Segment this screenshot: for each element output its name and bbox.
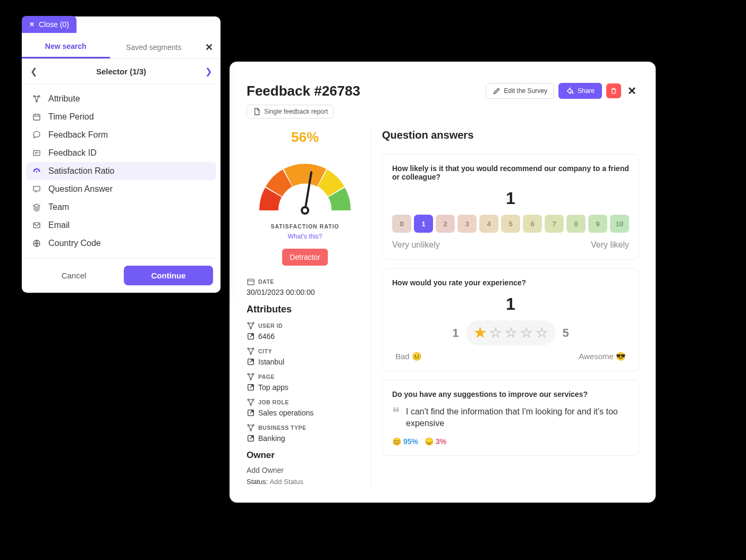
qa-heading: Question answers: [382, 129, 639, 141]
stars-min: 1: [452, 326, 459, 340]
gauge-svg: [247, 149, 363, 218]
network-icon: [247, 398, 255, 406]
delete-button[interactable]: [606, 83, 621, 98]
nps-5[interactable]: 5: [501, 215, 520, 233]
gauge-chart: 56% SATISFACTION RATIO What's this? Detr…: [247, 129, 363, 266]
question-suggestion: Do you have any suggestions to improve o…: [382, 380, 639, 456]
star-3[interactable]: ☆: [505, 325, 517, 341]
nps-low: Very unlikely: [392, 240, 440, 250]
pencil-icon: [493, 87, 501, 95]
share-icon: [566, 87, 574, 95]
attr-label: Feedback Form: [48, 130, 108, 140]
network-icon: [247, 347, 255, 355]
nps-9[interactable]: 9: [588, 215, 607, 233]
trash-icon: [610, 87, 617, 95]
left-column: 56% SATISFACTION RATIO What's this? Detr…: [247, 129, 371, 486]
search-panel: ✕ Close (0) New search Saved segments ✕ …: [22, 16, 221, 293]
close-detail-button[interactable]: ✕: [625, 84, 639, 97]
attr-label: Feedback ID: [48, 148, 97, 158]
gauge-help-link[interactable]: What's this?: [247, 233, 363, 240]
attr-feedback-id[interactable]: Feedback ID: [26, 144, 216, 162]
nps-6[interactable]: 6: [523, 215, 542, 233]
attr-satisfaction-ratio[interactable]: Satisfaction Ratio: [26, 162, 216, 180]
attributes-heading: Attributes: [247, 304, 363, 315]
attr-email[interactable]: Email: [26, 216, 216, 234]
svg-point-13: [248, 323, 249, 324]
nps-7[interactable]: 7: [545, 215, 564, 233]
sentiment-negative: 😞 3%: [425, 437, 446, 446]
attr-question-answer[interactable]: Question Answer: [26, 180, 216, 198]
svg-point-19: [250, 353, 252, 354]
q1-value: 1: [392, 189, 629, 208]
nps-3[interactable]: 3: [457, 215, 477, 233]
attr-page-value: Top apps: [247, 383, 363, 392]
attr-feedback-form[interactable]: Feedback Form: [26, 126, 216, 144]
svg-point-11: [303, 208, 307, 213]
nps-10[interactable]: 10: [610, 215, 629, 233]
svg-point-17: [248, 348, 249, 350]
stars-low: Bad 😐: [395, 352, 422, 361]
detail-header: Feedback #26783 Single feedback report E…: [247, 83, 639, 118]
edit-survey-button[interactable]: Edit the Survey: [486, 83, 554, 99]
network-icon: [32, 95, 42, 103]
suggestion-row: ❝ I can't find the information that I'm …: [392, 406, 629, 430]
continue-button[interactable]: Continue: [124, 266, 213, 285]
close-button[interactable]: ✕ Close (0): [22, 16, 77, 33]
attr-country-code[interactable]: Country Code: [26, 234, 216, 252]
star-2[interactable]: ☆: [489, 325, 502, 341]
calendar-icon: [32, 113, 42, 121]
selector-next-icon[interactable]: ❯: [205, 66, 212, 77]
attr-jobrole-label: JOB ROLE: [247, 398, 363, 406]
attr-team[interactable]: Team: [26, 198, 216, 216]
gauge-label: SATISFACTION RATIO: [247, 223, 363, 230]
q2-value: 1: [392, 294, 629, 314]
nps-2[interactable]: 2: [436, 215, 455, 233]
add-owner-link[interactable]: Add Owner: [247, 466, 363, 474]
mail-icon: [32, 221, 42, 230]
attr-label: Time Period: [48, 112, 94, 122]
svg-point-5: [36, 171, 38, 173]
link-icon: [247, 332, 255, 341]
link-icon: [247, 383, 255, 392]
nps-0[interactable]: 0: [392, 215, 411, 233]
tab-new-search[interactable]: New search: [22, 36, 110, 58]
attr-label: Team: [48, 202, 69, 212]
share-label: Share: [578, 87, 595, 95]
q2-text: How would you rate your experience?: [392, 278, 629, 287]
attr-label: Country Code: [48, 239, 101, 248]
attr-biztype-label: BUSINESS TYPE: [247, 423, 363, 432]
nps-4[interactable]: 4: [479, 215, 498, 233]
nps-1[interactable]: 1: [414, 215, 433, 233]
attr-attribute[interactable]: Attribute: [26, 90, 216, 108]
svg-rect-4: [33, 150, 40, 155]
link-icon: [247, 358, 255, 366]
stars: ★ ☆ ☆ ☆ ☆: [467, 320, 555, 345]
tabs-close-icon[interactable]: ✕: [198, 36, 221, 58]
attr-time-period[interactable]: Time Period: [26, 108, 216, 126]
meta-section: DATE 30/01/2023 00:00:00 Attributes USER…: [247, 277, 363, 486]
attr-userid-value: 6466: [247, 332, 363, 341]
cancel-button[interactable]: Cancel: [29, 266, 118, 285]
stars-high: Awesome 😎: [579, 352, 626, 361]
attr-label: Satisfaction Ratio: [48, 166, 115, 176]
nps-8[interactable]: 8: [566, 215, 586, 233]
tab-saved-segments[interactable]: Saved segments: [110, 37, 198, 58]
add-status-link[interactable]: Add Status: [269, 478, 303, 486]
selector-prev-icon[interactable]: ❮: [30, 66, 37, 77]
status-line: Status: Add Status: [247, 478, 363, 486]
share-button[interactable]: Share: [558, 83, 602, 99]
sentiment-row: 😊 95% 😞 3%: [392, 437, 629, 446]
close-icon: ✕: [29, 21, 35, 28]
svg-point-23: [250, 378, 252, 380]
nps-scale: 0 1 2 3 4 5 6 7 8 9 10: [392, 215, 629, 233]
tabs: New search Saved segments ✕: [22, 36, 221, 59]
detractor-badge: Detractor: [282, 249, 328, 266]
star-5[interactable]: ☆: [536, 325, 548, 341]
network-icon: [247, 423, 255, 432]
svg-point-25: [248, 399, 249, 401]
svg-point-14: [252, 323, 254, 324]
star-1[interactable]: ★: [474, 325, 486, 341]
svg-point-27: [250, 404, 252, 405]
network-icon: [247, 321, 255, 330]
star-4[interactable]: ☆: [520, 325, 532, 341]
